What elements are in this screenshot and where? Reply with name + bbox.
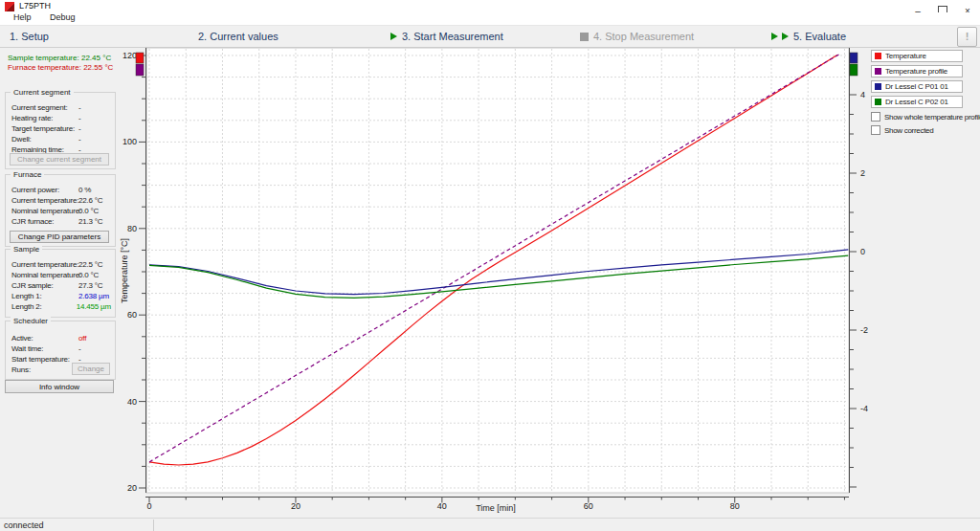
- field-furnace-current-temperature: Current temperature:22.6 °C: [11, 195, 111, 206]
- p01-color-chip: [875, 83, 881, 90]
- info-window-button[interactable]: Info window: [5, 380, 114, 393]
- tab-stop-measurement: 4. Stop Measurement: [580, 26, 694, 47]
- app-window: L75PTH – × Help Debug 1. Setup 2. Curren…: [0, 0, 980, 531]
- chart: 20406080100120020406080-4-2024Temperatur…: [120, 46, 872, 518]
- svg-text:20: 20: [291, 501, 301, 511]
- change-current-segment-button: Change current segment: [10, 153, 109, 166]
- status-bar: connected: [0, 518, 980, 531]
- scheduler-change-button: Change: [72, 363, 110, 375]
- furnace-temperature-value: 22.55 °C: [83, 63, 113, 72]
- field-sample-current-temperature: Current temperature:22.5 °C: [11, 259, 111, 270]
- window-title: L75PTH: [19, 1, 51, 11]
- field-sample-nominal-temperature: Nominal temperature:0.0 °C: [11, 270, 111, 280]
- panel-furnace: Furnace Current power:0 % Current temper…: [5, 174, 116, 247]
- play-icon: [390, 33, 397, 40]
- svg-text:100: 100: [122, 137, 137, 146]
- sidebar: Sample temperature: 22.45 °C Furnace tem…: [0, 46, 120, 518]
- stop-icon: [580, 33, 589, 41]
- tab-setup-label: 1. Setup: [10, 31, 49, 42]
- tab-evaluate-label: 5. Evaluate: [793, 31, 846, 42]
- svg-text:-2: -2: [860, 325, 868, 335]
- svg-text:80: 80: [127, 224, 137, 233]
- field-cjr-sample: CJR sample:27.3 °C: [11, 280, 111, 291]
- field-cjr-furnace: CJR furnace:21.3 °C: [11, 216, 111, 227]
- sample-temperature-value: 22.45 °C: [81, 54, 111, 62]
- svg-text:4: 4: [860, 90, 865, 100]
- field-furnace-nominal-temperature: Nominal temperature:0.0 °C: [11, 206, 111, 216]
- panel-current-segment: Current segment Current segment:- Heatin…: [5, 92, 116, 169]
- connection-status: connected: [4, 520, 44, 530]
- status-separator: [153, 520, 154, 531]
- panel-scheduler: Scheduler Active:off Wait time:- Start t…: [5, 321, 116, 380]
- svg-text:0: 0: [860, 247, 865, 256]
- fast-forward-icon: [782, 33, 789, 40]
- svg-text:-4: -4: [860, 404, 868, 413]
- p02-color-chip: [875, 99, 881, 105]
- panel-sample: Sample Current temperature:22.5 °C Nomin…: [5, 249, 116, 318]
- field-current-power: Current power:0 %: [11, 185, 111, 195]
- menu-debug[interactable]: Debug: [50, 12, 76, 22]
- temperature-readout: Sample temperature: 22.45 °C Furnace tem…: [8, 54, 113, 73]
- tab-evaluate[interactable]: 5. Evaluate: [771, 26, 846, 47]
- checkbox-icon[interactable]: [871, 112, 880, 122]
- chart-legend: Temperature Temperature profile Dr Lesse…: [871, 50, 980, 135]
- fast-forward-icon: [771, 33, 778, 40]
- svg-text:120: 120: [122, 51, 137, 60]
- field-wait-time: Wait time:-: [11, 343, 111, 354]
- tab-start-measurement-label: 3. Start Measurement: [402, 31, 503, 42]
- legend-item-temperature[interactable]: Temperature: [871, 50, 963, 62]
- checkbox-show-whole-temperature-profile[interactable]: Show whole temperature profile: [871, 112, 980, 122]
- svg-text:60: 60: [127, 310, 137, 320]
- panel-furnace-title: Furnace: [11, 170, 44, 179]
- tab-start-measurement[interactable]: 3. Start Measurement: [390, 26, 503, 47]
- tab-stop-measurement-label: 4. Stop Measurement: [593, 31, 694, 42]
- menu-bar: Help Debug: [0, 12, 980, 25]
- menu-help[interactable]: Help: [13, 12, 32, 22]
- temperature-color-chip: [875, 53, 881, 59]
- legend-item-p01[interactable]: Dr Lessel C P01 01: [871, 80, 963, 93]
- svg-text:0: 0: [146, 501, 151, 511]
- tab-current-values[interactable]: 2. Current values: [198, 26, 278, 47]
- svg-text:20: 20: [127, 483, 137, 493]
- svg-text:40: 40: [437, 501, 447, 511]
- tab-current-values-label: 2. Current values: [198, 31, 278, 42]
- furnace-temperature-label: Furnace temperature:: [8, 63, 81, 72]
- legend-item-p02[interactable]: Dr Lessel C P02 01: [871, 96, 963, 108]
- panel-current-segment-title: Current segment: [11, 88, 74, 97]
- panel-sample-title: Sample: [11, 245, 42, 254]
- tab-setup[interactable]: 1. Setup: [10, 26, 49, 47]
- checkbox-show-corrected[interactable]: Show corrected: [871, 125, 980, 135]
- chart-canvas[interactable]: 20406080100120020406080-4-2024Temperatur…: [120, 46, 872, 518]
- temperature-profile-color-chip: [875, 68, 881, 75]
- legend-item-temperature-profile[interactable]: Temperature profile: [871, 65, 963, 77]
- panel-scheduler-title: Scheduler: [11, 317, 51, 325]
- svg-text:2: 2: [860, 168, 865, 178]
- field-length-2: Length 2:14.455 µm: [11, 301, 111, 312]
- app-icon: [5, 2, 14, 11]
- checkbox-icon[interactable]: [871, 125, 880, 135]
- svg-text:40: 40: [127, 397, 137, 407]
- sample-temperature-label: Sample temperature:: [8, 54, 79, 62]
- field-dwell: Dwell:-: [11, 134, 111, 144]
- nav-bar: 1. Setup 2. Current values 3. Start Meas…: [0, 25, 980, 48]
- svg-text:Time [min]: Time [min]: [476, 503, 516, 513]
- window-titlebar: L75PTH: [0, 0, 980, 13]
- field-heating-rate: Heating rate:-: [11, 113, 111, 123]
- warning-button[interactable]: !: [957, 27, 977, 47]
- change-pid-parameters-button[interactable]: Change PID parameters: [10, 231, 109, 243]
- svg-text:Temperature [°C]: Temperature [°C]: [120, 238, 129, 303]
- svg-text:80: 80: [730, 501, 740, 511]
- field-length-1: Length 1:2.638 µm: [11, 291, 111, 301]
- svg-text:60: 60: [584, 501, 593, 511]
- field-scheduler-active: Active:off: [11, 333, 111, 343]
- field-current-segment: Current segment:-: [11, 102, 111, 113]
- field-target-temperature: Target temperature:-: [11, 123, 111, 134]
